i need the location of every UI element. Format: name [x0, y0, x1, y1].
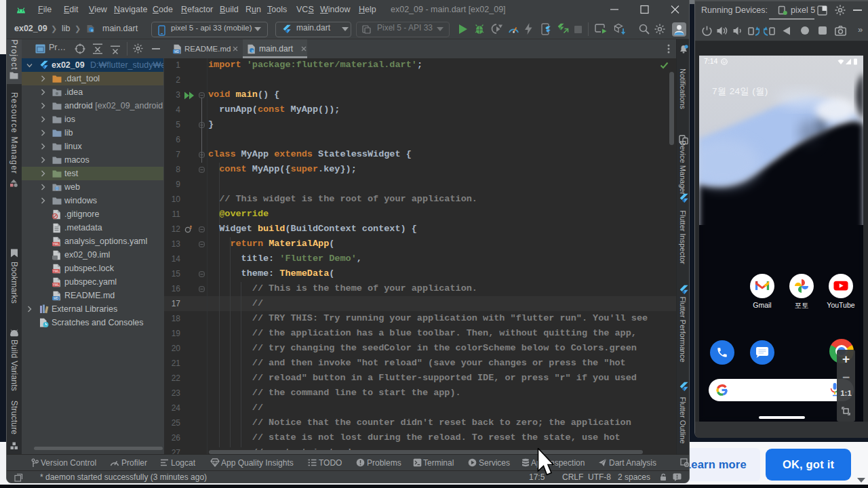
svg-text:MD: MD [54, 296, 59, 300]
svg-text:MD: MD [174, 50, 180, 54]
svg-text:YML: YML [53, 242, 60, 245]
svg-text:YML: YML [53, 283, 60, 286]
svg-text:YML: YML [53, 269, 60, 272]
